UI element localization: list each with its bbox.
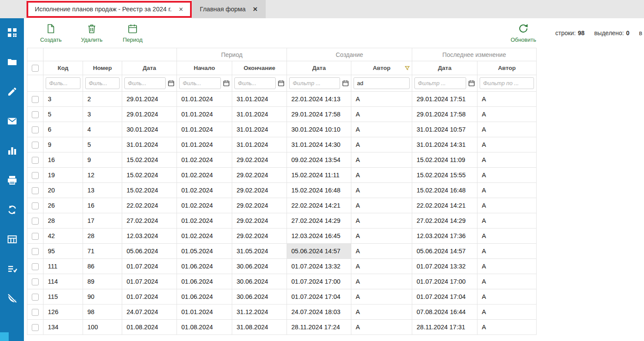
cell[interactable]: A [351, 259, 412, 274]
cell[interactable]: 12.03.2024 16:45 [287, 228, 351, 244]
cell[interactable]: 111 [43, 259, 83, 274]
row-checkbox[interactable] [32, 218, 39, 225]
calendar-icon[interactable] [223, 80, 230, 86]
cell[interactable]: 30.06.2024 [232, 289, 287, 305]
cell[interactable]: 22.02.2024 14:21 [412, 198, 477, 213]
apps-grid-icon[interactable] [7, 27, 17, 38]
bar-chart-icon[interactable] [7, 146, 17, 156]
table-row[interactable]: 1269824.07.202401.01.202431.12.202424.07… [27, 305, 537, 320]
cell[interactable]: 31.01.2024 [232, 122, 287, 137]
filter-input[interactable] [414, 77, 466, 89]
cell[interactable]: 27.02.2024 14:29 [412, 213, 477, 228]
phone-disabled-icon[interactable] [7, 293, 17, 304]
cell[interactable]: 01.01.2024 [177, 107, 232, 122]
cell[interactable]: 16 [83, 198, 122, 213]
cell[interactable]: 31.05.2024 [232, 244, 287, 259]
create-button[interactable]: Создать [40, 23, 62, 43]
cell[interactable]: 16 [43, 152, 83, 168]
filter-input[interactable] [480, 77, 534, 89]
cell[interactable]: 12.03.2024 [122, 228, 177, 244]
cell[interactable]: 01.02.2024 [177, 168, 232, 183]
cell[interactable]: 29.01.2024 17:58 [412, 107, 477, 122]
cell[interactable]: A [477, 320, 537, 335]
cell[interactable]: 24.07.2024 [122, 305, 177, 320]
cell[interactable]: 30.01.2024 [122, 122, 177, 137]
cell[interactable]: 31.01.2024 [232, 137, 287, 152]
column-header-created-date[interactable]: Дата [287, 61, 351, 75]
cell[interactable]: A [477, 213, 537, 228]
table-row[interactable]: 16915.02.202401.02.202429.02.202409.02.2… [27, 152, 537, 168]
cell[interactable]: 29.01.2024 [122, 92, 177, 107]
cell[interactable]: 01.01.2024 [177, 137, 232, 152]
cell[interactable]: 01.02.2024 [177, 228, 232, 244]
row-checkbox[interactable] [32, 172, 39, 179]
row-checkbox[interactable] [32, 142, 39, 149]
table-row[interactable]: 1118601.07.202401.06.202430.06.202401.07… [27, 259, 537, 274]
cell[interactable]: 28.11.2024 17:31 [412, 320, 477, 335]
calendar-icon[interactable] [278, 80, 284, 86]
cell[interactable]: 01.06.2024 [177, 289, 232, 305]
cell[interactable]: 01.07.2024 17:04 [287, 289, 351, 305]
cell[interactable]: 01.01.2024 [177, 305, 232, 320]
cell[interactable]: A [477, 152, 537, 168]
cell[interactable]: A [351, 244, 412, 259]
cell[interactable]: 5 [43, 107, 83, 122]
cell[interactable]: 29.01.2024 17:58 [287, 107, 351, 122]
row-checkbox[interactable] [32, 202, 39, 209]
cell[interactable]: 01.02.2024 [177, 198, 232, 213]
cell[interactable]: 01.07.2024 17:00 [412, 274, 477, 289]
calendar-icon[interactable] [468, 80, 475, 86]
cell[interactable]: A [477, 259, 537, 274]
cell[interactable]: 89 [83, 274, 122, 289]
cell[interactable]: 01.07.2024 [122, 259, 177, 274]
cell[interactable]: 3 [83, 107, 122, 122]
table-row[interactable]: 1159001.07.202401.06.202430.06.202401.07… [27, 289, 537, 305]
table-row[interactable]: 281727.02.202401.02.202429.02.202427.02.… [27, 213, 537, 228]
row-checkbox[interactable] [32, 157, 39, 164]
row-checkbox[interactable] [32, 187, 39, 194]
cell[interactable]: A [477, 107, 537, 122]
filter-input[interactable] [354, 77, 410, 89]
cell[interactable]: 31.01.2024 14:31 [412, 137, 477, 152]
table-row[interactable]: 957105.06.202401.05.202431.05.202405.06.… [27, 244, 537, 259]
row-checkbox[interactable] [32, 248, 39, 255]
cell[interactable]: 27.02.2024 14:29 [287, 213, 351, 228]
cell[interactable]: 01.05.2024 [177, 244, 232, 259]
cell[interactable]: 15.02.2024 11:11 [287, 168, 351, 183]
table-row[interactable]: 201315.02.202401.02.202429.02.202415.02.… [27, 183, 537, 198]
cell[interactable]: 01.06.2024 [177, 274, 232, 289]
cell[interactable]: A [351, 274, 412, 289]
cell[interactable]: 05.06.2024 14:57 [287, 244, 351, 259]
cell[interactable]: A [351, 152, 412, 168]
cell[interactable]: 3 [43, 92, 83, 107]
cell[interactable]: A [351, 198, 412, 213]
cell[interactable]: 31.01.2024 [232, 92, 287, 107]
cell[interactable]: 15.02.2024 15:55 [412, 168, 477, 183]
cell[interactable]: 29.01.2024 [122, 107, 177, 122]
cell[interactable]: 30.01.2024 10:10 [287, 122, 351, 137]
tab-main-form[interactable]: Главная форма ✕ [192, 0, 266, 18]
column-header-number[interactable]: Номер [83, 61, 122, 75]
cell[interactable]: 01.07.2024 17:00 [287, 274, 351, 289]
cell[interactable]: 29.02.2024 [232, 152, 287, 168]
cell[interactable]: 07.08.2024 16:44 [412, 305, 477, 320]
cell[interactable]: A [477, 122, 537, 137]
cell[interactable]: 01.07.2024 17:04 [412, 289, 477, 305]
calendar-icon[interactable] [168, 80, 174, 86]
cell[interactable]: 115 [43, 289, 83, 305]
column-header-code[interactable]: Код [43, 61, 83, 75]
cell[interactable]: 12.03.2024 17:36 [412, 228, 477, 244]
cell[interactable]: 28 [43, 213, 83, 228]
cell[interactable]: 15.02.2024 [122, 152, 177, 168]
cell[interactable]: 31.01.2024 [232, 107, 287, 122]
cell[interactable]: 13 [83, 183, 122, 198]
cell[interactable]: 31.08.2024 [232, 320, 287, 335]
period-button[interactable]: Период [121, 23, 144, 43]
cell[interactable]: 19 [43, 168, 83, 183]
cell[interactable]: 27.02.2024 [122, 213, 177, 228]
cell[interactable]: 15.02.2024 16:48 [412, 183, 477, 198]
cell[interactable]: 17 [83, 213, 122, 228]
column-header-start[interactable]: Начало [177, 61, 232, 75]
table-row[interactable]: 3229.01.202401.01.202431.01.202422.01.20… [27, 92, 537, 107]
cell[interactable]: 86 [83, 259, 122, 274]
